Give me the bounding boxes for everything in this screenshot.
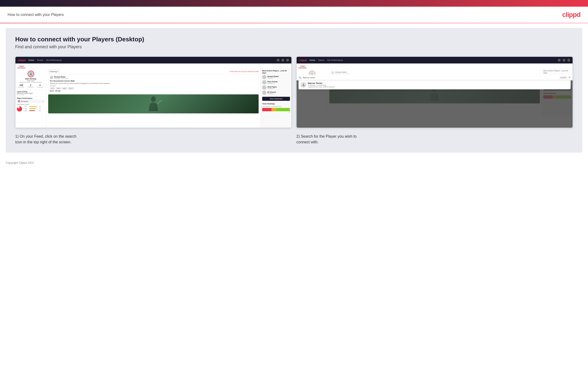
- player-avatar-1: [262, 75, 266, 79]
- activity-user-detail: Yesterday · The Grove: [54, 78, 68, 79]
- nav-item-home-2[interactable]: Home: [309, 59, 315, 61]
- app-bar-row: APP 70: [25, 108, 42, 110]
- tag-arg: ARG: [62, 87, 67, 90]
- player-activities-2: Activities: 4: [267, 83, 277, 84]
- caption-1-col: 1) On your Feed, click on the searchicon…: [15, 134, 292, 145]
- nav-logo-1: clippd: [18, 59, 26, 62]
- user-icon-nav-2[interactable]: [562, 59, 565, 62]
- captions-row: 1) On your Feed, click on the searchicon…: [15, 134, 573, 145]
- left-panel-1: Blair McHarg Golf Coach Mill Ride Golf C…: [16, 68, 46, 128]
- nav-item-teams[interactable]: Teams: [37, 59, 43, 61]
- close-icon[interactable]: ✕: [568, 76, 571, 79]
- quality-circle: 84: [17, 106, 22, 111]
- player-performance-section: Player Performance Eli Vincent ▾ Total P…: [17, 97, 45, 112]
- player-activities-4: Activities: 1: [267, 93, 276, 94]
- header: How to connect with your Players clippd: [0, 7, 588, 23]
- activity-duration-value: 02 hr : 00 min: [50, 90, 257, 92]
- following-button[interactable]: Following ▾: [48, 70, 60, 73]
- following-label: Following: [37, 86, 43, 88]
- app-fill: [29, 108, 36, 109]
- app-track: [29, 108, 39, 109]
- search-overlay: 🔍 Marcus Turner CLEAR ✕ Marc: [297, 75, 572, 128]
- search-icon-nav-2[interactable]: [558, 59, 561, 62]
- activity-avatar: [50, 76, 53, 79]
- svg-line-2: [157, 100, 162, 104]
- player-info-3: Hiral Pujara Activities: 3: [267, 86, 277, 89]
- player-avatar-3: [262, 85, 266, 90]
- feed-tab[interactable]: Feed: [17, 65, 26, 68]
- heatmap-pos-label: +5: [289, 111, 290, 113]
- feed-tab-2[interactable]: Feed: [298, 65, 307, 68]
- caption-2: 2) Search for the Player you wish toconn…: [296, 134, 573, 145]
- player-avatar-4: [262, 91, 266, 95]
- screenshot-1-body: Blair McHarg Golf Coach Mill Ride Golf C…: [16, 68, 291, 128]
- activity-duration-label: Duration: [50, 85, 257, 87]
- top-bar: [0, 0, 588, 7]
- footer-text: Copyright Clippd 2022: [6, 161, 34, 165]
- main-subheading: Find and connect with your Players: [15, 45, 573, 49]
- caption-2-col: 2) Search for the Player you wish toconn…: [296, 134, 573, 145]
- clear-button[interactable]: CLEAR: [560, 76, 567, 79]
- player-info-2: Piers Parnell Activities: 4: [267, 81, 277, 84]
- search-result-item[interactable]: Marcus Turner Yesterday · 1-5 Handicap C…: [301, 82, 569, 88]
- activity-title: Pre Tournament Course Walk: [50, 80, 257, 82]
- svg-point-3: [311, 73, 313, 74]
- player-mini-avatar: [18, 100, 20, 102]
- nav-logo-2: clippd: [299, 59, 307, 62]
- logo: clippd: [562, 11, 580, 18]
- player-info-1: Richard Butler Activities: 7: [267, 76, 279, 79]
- chevron-down-icon: ▾: [43, 101, 44, 102]
- screens-row: clippd Home Teams My Performance Feed: [15, 56, 573, 128]
- mini-nav-2: clippd Home Teams My Performance: [297, 57, 572, 64]
- settings-icon-nav-2[interactable]: [567, 59, 570, 62]
- followers-label: Followers: [27, 86, 34, 88]
- control-link[interactable]: Control who can see your activity and da…: [230, 71, 259, 72]
- player-select[interactable]: Eli Vincent ▾: [17, 100, 45, 103]
- middle-feed-1: Following ▾ Control who can see your act…: [46, 68, 261, 128]
- activities-count: 129: [18, 84, 24, 86]
- footer: Copyright Clippd 2022: [0, 157, 588, 168]
- activity-card: Richard Butler Yesterday · The Grove Pre…: [48, 74, 259, 93]
- heatmap-track: [262, 108, 290, 111]
- stat-followers: 3 Followers: [27, 84, 34, 88]
- search-result-dropdown: Marcus Turner Yesterday · 1-5 Handicap C…: [298, 80, 571, 89]
- mini-nav-1: clippd Home Teams My Performance: [16, 57, 291, 64]
- player-select-name: Eli Vincent: [21, 101, 42, 102]
- team-dashboard-button[interactable]: Team Dashboard: [262, 97, 290, 101]
- user-icon-nav[interactable]: [281, 59, 284, 62]
- search-input[interactable]: Marcus Turner: [303, 77, 558, 79]
- nav-item-teams-2[interactable]: Teams: [318, 59, 325, 61]
- player-list-item-2: Piers Parnell Activities: 4: [262, 80, 290, 84]
- la-label: Latest Activity: [17, 91, 45, 92]
- la-value: Afternoon round of golf: [17, 92, 45, 94]
- svg-point-5: [303, 84, 304, 85]
- search-icon-nav[interactable]: [277, 59, 280, 62]
- player-name-4: Eli Vincent: [267, 91, 276, 93]
- nav-item-performance-2[interactable]: My Performance: [327, 59, 343, 61]
- arg-val: 60: [39, 110, 42, 112]
- arg-track: [29, 110, 39, 111]
- search-icon-modal: 🔍: [298, 76, 301, 79]
- search-modal-bar: 🔍 Marcus Turner CLEAR ✕: [297, 75, 572, 80]
- quality-score: 84: [19, 108, 20, 110]
- player-name-3: Hiral Pujara: [267, 86, 277, 88]
- arg-fill: [29, 110, 35, 111]
- profile-section: Blair McHarg Golf Coach Mill Ride Golf C…: [17, 70, 45, 90]
- ott-fill: [29, 106, 37, 107]
- search-result-detail: Yesterday · 1-5 Handicap: [308, 84, 335, 86]
- nav-item-performance[interactable]: My Performance: [46, 59, 62, 61]
- tag-putt: PUTT: [68, 87, 74, 90]
- activity-tags: OTT APP ARG PUTT: [50, 87, 257, 90]
- activities-label: Activities: [18, 86, 24, 88]
- screen-2-col: clippd Home Teams My Performance Feed: [296, 56, 573, 128]
- ott-bar-row: OTT 79: [25, 106, 42, 108]
- ott-val: 79: [39, 106, 42, 108]
- la-date: 27 Jul 2022: [17, 94, 45, 96]
- quality-label: Total Player Quality: [17, 104, 45, 105]
- search-result-info: Marcus Turner Yesterday · 1-5 Handicap C…: [308, 82, 335, 88]
- act-header-2: Richard Butler Yesterday · The Grove: [331, 71, 538, 74]
- main-content: How to connect with your Players (Deskto…: [6, 28, 582, 153]
- nav-item-home[interactable]: Home: [28, 59, 34, 61]
- profile-club: Mill Ride Golf Club, United Kingdom: [17, 82, 45, 83]
- settings-icon-nav[interactable]: [286, 59, 289, 62]
